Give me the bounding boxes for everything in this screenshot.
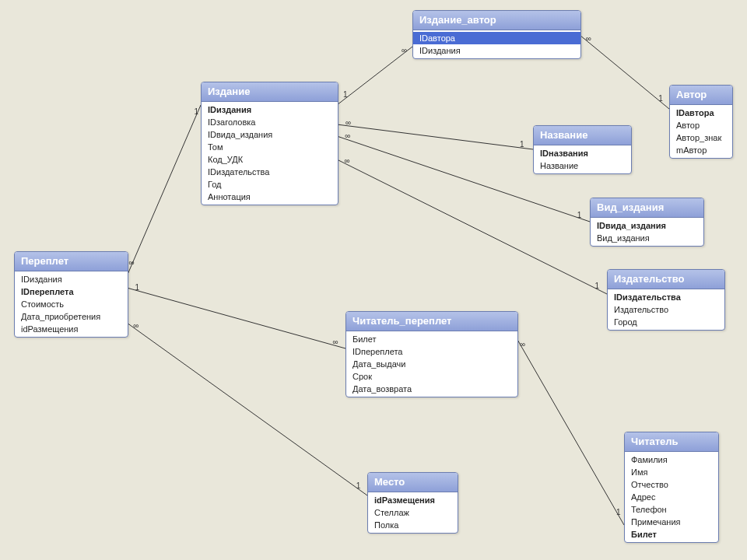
table-title: Издательство <box>608 270 724 289</box>
table-fields: IDизданияIDпереплетаСтоимостьДата_приобр… <box>15 271 128 337</box>
table-field[interactable]: Том <box>202 141 338 153</box>
table-field[interactable]: Стеллаж <box>368 506 458 519</box>
table-field[interactable]: idРазмещения <box>15 323 128 335</box>
table-field[interactable]: Год <box>202 178 338 191</box>
table-field[interactable]: Дата_выдачи <box>346 358 517 370</box>
svg-line-4 <box>337 159 607 294</box>
svg-line-6 <box>127 288 345 348</box>
table-field[interactable]: Город <box>608 316 724 328</box>
svg-line-5 <box>580 35 669 109</box>
svg-line-8 <box>517 338 624 525</box>
table-fields: idРазмещенияСтеллажПолка <box>368 492 458 533</box>
cardinality-label: 1 <box>594 282 599 290</box>
table-field[interactable]: Автор <box>670 119 732 131</box>
cardinality-label: ∞ <box>345 131 350 140</box>
table-field[interactable]: IDпереплета <box>346 345 517 358</box>
table-field[interactable]: IDиздания <box>413 44 580 57</box>
table-fields: ФамилияИмяОтчествоАдресТелефонПримечания… <box>625 452 718 542</box>
table-field[interactable]: IDавтора <box>413 32 580 44</box>
table-title: Читатель_переплет <box>346 312 517 331</box>
table-field[interactable]: IDавтора <box>670 107 732 119</box>
table-field[interactable]: Аннотация <box>202 191 338 203</box>
table-fields: IDназванияНазвание <box>534 145 631 173</box>
table-fields: IDавтораАвторАвтор_знакmАвтор <box>670 105 732 158</box>
table-field[interactable]: Название <box>534 159 631 172</box>
cardinality-label: 1 <box>520 140 524 149</box>
svg-line-7 <box>127 323 367 495</box>
cardinality-label: ∞ <box>586 34 591 43</box>
table-field[interactable]: Полка <box>368 519 458 531</box>
svg-line-2 <box>337 124 533 149</box>
table-title: Название <box>534 126 631 145</box>
table-field[interactable]: Автор_знак <box>670 131 732 144</box>
table-field[interactable]: IDпереплета <box>15 285 128 298</box>
table-pereplet[interactable]: ПереплетIDизданияIDпереплетаСтоимостьДат… <box>14 251 128 338</box>
table-field[interactable]: IDназвания <box>534 147 631 159</box>
table-izdanie_avtor[interactable]: Издание_авторIDавтораIDиздания <box>412 10 581 59</box>
table-field[interactable]: Вид_издания <box>591 232 703 244</box>
table-field[interactable]: IDвида_издания <box>591 219 703 232</box>
table-title: Вид_издания <box>591 198 703 218</box>
cardinality-label: ∞ <box>129 258 135 267</box>
table-field[interactable]: Дата_приобретения <box>15 310 128 323</box>
table-nazvanie[interactable]: НазваниеIDназванияНазвание <box>533 125 632 174</box>
table-mesto[interactable]: МестоidРазмещенияСтеллажПолка <box>367 472 458 534</box>
table-title: Переплет <box>15 252 128 271</box>
table-title: Читатель <box>625 432 718 452</box>
cardinality-label: ∞ <box>520 340 525 348</box>
table-field[interactable]: Примечания <box>625 516 718 528</box>
table-field[interactable]: IDзаголовка <box>202 116 338 128</box>
cardinality-label: 1 <box>577 211 582 219</box>
cardinality-label: ∞ <box>402 46 407 54</box>
table-field[interactable]: Срок <box>346 370 517 383</box>
cardinality-label: 1 <box>616 508 621 516</box>
table-field[interactable]: Имя <box>625 466 718 478</box>
cardinality-label: ∞ <box>133 321 139 330</box>
table-fields: БилетIDпереплетаДата_выдачиСрокДата_возв… <box>346 331 517 397</box>
table-field[interactable]: IDвида_издания <box>202 128 338 141</box>
table-chitatel[interactable]: ЧитательФамилияИмяОтчествоАдресТелефонПр… <box>624 432 719 543</box>
table-vid_izdaniya[interactable]: Вид_изданияIDвида_изданияВид_издания <box>590 198 704 247</box>
cardinality-label: ∞ <box>345 118 351 127</box>
table-title: Автор <box>670 86 732 105</box>
table-field[interactable]: Дата_возврата <box>346 383 517 395</box>
table-fields: IDизданияIDзаголовкаIDвида_изданияТомКод… <box>202 102 338 205</box>
table-title: Издание_автор <box>413 11 580 30</box>
cardinality-label: ∞ <box>345 156 350 165</box>
cardinality-label: 1 <box>658 94 663 103</box>
table-field[interactable]: Телефон <box>625 503 718 516</box>
table-field[interactable]: IDиздания <box>15 273 128 285</box>
table-fields: IDиздательстваИздательствоГород <box>608 289 724 330</box>
table-field[interactable]: Отчество <box>625 478 718 491</box>
table-field[interactable]: IDиздания <box>202 103 338 116</box>
table-field[interactable]: Билет <box>625 528 718 541</box>
cardinality-label: 1 <box>135 283 139 292</box>
table-field[interactable]: Адрес <box>625 491 718 503</box>
table-title: Место <box>368 473 458 492</box>
table-field[interactable]: Издательство <box>608 303 724 316</box>
cardinality-label: 1 <box>343 90 348 99</box>
table-fields: IDавтораIDиздания <box>413 30 580 58</box>
table-avtor[interactable]: АвторIDавтораАвторАвтор_знакmАвтор <box>669 85 733 159</box>
table-field[interactable]: idРазмещения <box>368 494 458 506</box>
table-title: Издание <box>202 82 338 102</box>
table-field[interactable]: IDиздательства <box>608 291 724 303</box>
table-fields: IDвида_изданияВид_издания <box>591 218 703 246</box>
cardinality-label: 1 <box>356 481 361 490</box>
table-field[interactable]: mАвтор <box>670 144 732 156</box>
svg-line-1 <box>337 47 412 105</box>
table-field[interactable]: Код_УДК <box>202 153 338 166</box>
table-chitatel_pereplet[interactable]: Читатель_переплетБилетIDпереплетаДата_вы… <box>345 311 518 397</box>
table-izdatelstvo[interactable]: ИздательствоIDиздательстваИздательствоГо… <box>607 269 725 331</box>
table-field[interactable]: IDиздательства <box>202 166 338 178</box>
table-izdanie[interactable]: ИзданиеIDизданияIDзаголовкаIDвида_издани… <box>201 82 338 205</box>
table-field[interactable]: Фамилия <box>625 453 718 466</box>
table-field[interactable]: Билет <box>346 333 517 345</box>
table-field[interactable]: Стоимость <box>15 298 128 310</box>
cardinality-label: ∞ <box>333 338 338 346</box>
cardinality-label: 1 <box>194 107 198 116</box>
svg-line-0 <box>127 105 201 276</box>
